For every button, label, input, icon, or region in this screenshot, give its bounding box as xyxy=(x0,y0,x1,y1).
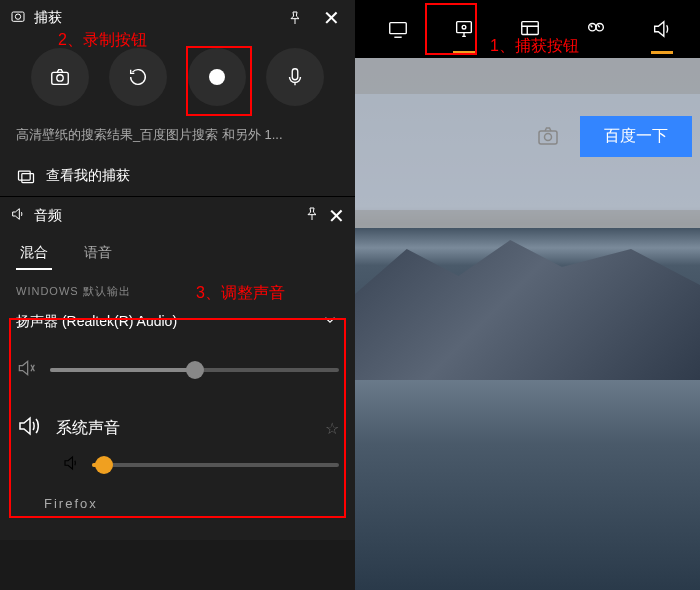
chevron-down-icon xyxy=(321,311,339,332)
close-button[interactable]: ✕ xyxy=(317,4,345,32)
master-volume-slider[interactable] xyxy=(50,368,339,372)
svg-rect-8 xyxy=(12,12,24,21)
record-last-button[interactable] xyxy=(109,48,167,106)
app-name-truncated: Firefox xyxy=(0,490,355,517)
svg-point-9 xyxy=(15,14,20,19)
svg-rect-0 xyxy=(390,23,407,34)
audio-pin-button[interactable] xyxy=(304,206,320,226)
svg-rect-14 xyxy=(22,174,34,183)
favorite-star-icon[interactable]: ☆ xyxy=(325,419,339,438)
pin-button[interactable] xyxy=(281,4,309,32)
svg-rect-1 xyxy=(457,22,472,33)
svg-rect-12 xyxy=(293,69,299,80)
capture-panel: 捕获 ✕ 高清壁纸的搜索结果_百度图片搜索 和另外 1... 查看我的捕获 音频 xyxy=(0,0,355,540)
capture-description: 高清壁纸的搜索结果_百度图片搜索 和另外 1... xyxy=(0,122,355,156)
master-volume-row xyxy=(0,340,355,400)
audio-panel-header: 音频 ✕ xyxy=(0,196,355,234)
speaker-small-icon[interactable] xyxy=(62,454,80,476)
view-captures-link[interactable]: 查看我的捕获 xyxy=(0,156,355,196)
capture-title: 捕获 xyxy=(34,9,273,27)
performance-button[interactable] xyxy=(563,0,629,58)
record-dot-icon xyxy=(209,69,225,85)
volume-button[interactable] xyxy=(629,0,695,58)
overlay-bar-top xyxy=(355,58,700,94)
output-device-row[interactable]: 扬声器 (Realtek(R) Audio) xyxy=(0,303,355,340)
capture-icon xyxy=(10,8,26,28)
audio-tabs: 混合 语音 xyxy=(0,234,355,270)
capture-buttons-row xyxy=(0,36,355,122)
baidu-search-button[interactable]: 百度一下 xyxy=(580,116,692,157)
audio-close-button[interactable]: ✕ xyxy=(328,204,345,228)
mic-button[interactable] xyxy=(266,48,324,106)
speaker-icon xyxy=(16,414,40,442)
browser-content: 百度一下 xyxy=(355,58,700,228)
svg-rect-13 xyxy=(19,171,31,180)
svg-point-11 xyxy=(56,75,62,81)
search-row: 百度一下 xyxy=(355,110,700,162)
default-output-label: WINDOWS 默认输出 xyxy=(0,270,355,303)
system-sound-label: 系统声音 xyxy=(56,418,120,439)
tab-mix[interactable]: 混合 xyxy=(16,234,52,270)
device-name: 扬声器 (Realtek(R) Audio) xyxy=(16,313,177,331)
svg-rect-3 xyxy=(522,22,539,35)
mute-icon[interactable] xyxy=(16,358,36,382)
speaker-icon xyxy=(10,206,26,226)
record-button[interactable] xyxy=(188,48,246,106)
svg-point-4 xyxy=(589,24,596,31)
tab-voice[interactable]: 语音 xyxy=(80,234,116,270)
camera-search-icon[interactable] xyxy=(528,116,568,156)
svg-point-7 xyxy=(545,134,552,141)
system-volume-row xyxy=(0,448,355,490)
screenshot-button[interactable] xyxy=(31,48,89,106)
audio-title: 音频 xyxy=(34,207,296,225)
capture-button[interactable] xyxy=(431,0,497,58)
system-sound-row: 系统声音 ☆ xyxy=(0,400,355,448)
cast-button[interactable] xyxy=(365,0,431,58)
capture-panel-header: 捕获 ✕ xyxy=(0,0,355,36)
gamebar-toolbar xyxy=(355,0,700,58)
overlay-bar-bottom xyxy=(355,210,700,228)
system-volume-slider[interactable] xyxy=(92,463,339,467)
widgets-button[interactable] xyxy=(497,0,563,58)
view-captures-label: 查看我的捕获 xyxy=(46,167,130,185)
svg-point-2 xyxy=(462,25,466,29)
